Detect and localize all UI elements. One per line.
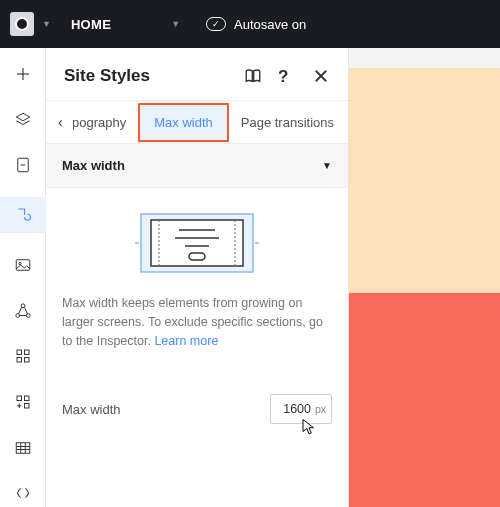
layers-icon[interactable] [0,106,46,134]
cloud-check-icon [206,17,226,31]
autosave-indicator[interactable]: Autosave on [206,17,306,32]
code-icon[interactable] [0,479,46,507]
connections-icon[interactable] [0,297,46,325]
svg-rect-13 [24,358,29,363]
tabs-scroll-left[interactable]: ‹ [52,114,69,130]
section-title: Max width [62,158,125,173]
tab-typography[interactable]: pography [73,109,135,136]
svg-rect-17 [16,442,30,453]
max-width-label: Max width [62,402,121,417]
svg-rect-14 [17,396,22,401]
styles-icon[interactable] [0,197,46,233]
image-icon[interactable] [0,251,46,279]
page-title: HOME [71,17,111,32]
app-logo[interactable] [10,12,34,36]
add-icon[interactable] [0,60,46,88]
svg-point-7 [21,303,25,307]
chevron-down-icon: ▼ [322,160,332,171]
svg-rect-16 [24,403,29,408]
page-icon[interactable] [0,151,46,179]
chevron-down-icon: ▼ [171,19,180,29]
top-bar: ▼ HOME ▼ Autosave on [0,0,500,48]
components-icon[interactable] [0,388,46,416]
section-max-width[interactable]: Max width ▼ [46,144,348,188]
help-icon[interactable]: ? [278,67,296,85]
cursor-icon [300,418,318,436]
canvas-section-1[interactable] [349,68,500,293]
svg-marker-2 [16,113,30,121]
svg-point-6 [18,262,20,264]
style-tabs: ‹ pography Max width Page transitions [46,100,348,144]
apps-icon[interactable] [0,342,46,370]
canvas[interactable] [349,48,500,507]
learn-more-link[interactable]: Learn more [154,334,218,348]
svg-rect-15 [24,396,29,401]
svg-rect-10 [17,350,22,355]
svg-point-8 [15,313,19,317]
svg-rect-12 [17,358,22,363]
max-width-description: Max width keeps elements from growing on… [62,294,332,350]
tab-page-transitions[interactable]: Page transitions [233,109,342,136]
site-styles-panel: Site Styles ? ‹ pography Max width Page … [46,48,349,507]
page-switcher[interactable]: HOME ▼ [71,17,180,32]
svg-point-9 [26,313,30,317]
autosave-label: Autosave on [234,17,306,32]
close-icon[interactable] [312,67,330,85]
chevron-down-icon[interactable]: ▼ [42,19,51,29]
docs-icon[interactable] [244,67,262,85]
left-rail [0,48,46,507]
tab-max-width[interactable]: Max width [138,103,229,142]
panel-title: Site Styles [64,66,150,86]
svg-rect-25 [151,220,243,266]
svg-rect-5 [16,260,30,271]
panel-header: Site Styles ? [46,48,348,100]
svg-rect-11 [24,350,29,355]
max-width-illustration [62,212,332,274]
table-icon[interactable] [0,434,46,462]
canvas-section-2[interactable] [349,293,500,507]
